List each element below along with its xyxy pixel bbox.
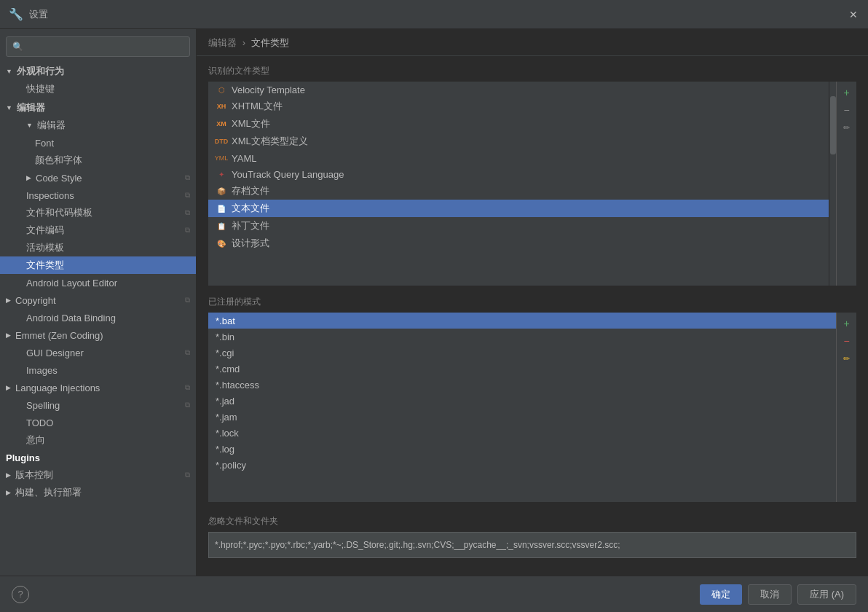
sidebar-item-databinding[interactable]: Android Data Binding: [0, 309, 196, 326]
sidebar-item-label: 文件和代码模板: [26, 206, 92, 219]
content-area: 编辑器 › 文件类型 识别的文件类型 ⬡ Velocity Template X…: [197, 29, 868, 576]
sidebar-item-images[interactable]: Images: [0, 361, 196, 379]
copy-icon: ⧉: [185, 173, 190, 182]
sidebar-item-label: 颜色和字体: [35, 154, 82, 167]
apply-button[interactable]: 应用 (A): [797, 584, 856, 605]
remove-filetype-button[interactable]: −: [839, 102, 855, 118]
sidebar-item-copyright[interactable]: Copyright ⧉: [0, 291, 196, 309]
sidebar-item-livetemplates[interactable]: 活动模板: [0, 239, 196, 256]
sidebar-item-build[interactable]: 构建、执行部署: [0, 484, 196, 501]
close-button[interactable]: ✕: [848, 9, 859, 20]
sidebar-item-shortcuts[interactable]: 快捷键: [0, 80, 196, 98]
edit-pattern-button[interactable]: ✏: [839, 350, 855, 366]
sidebar-item-vcs[interactable]: 版本控制 ⧉: [0, 466, 196, 484]
sidebar-item-editor-root[interactable]: 编辑器: [0, 99, 196, 117]
list-item[interactable]: ✦ YouTrack Query Language: [208, 166, 829, 182]
sidebar-item-label: 构建、执行部署: [15, 486, 82, 499]
ignore-input[interactable]: [208, 532, 856, 558]
sidebar-item-label: Spelling: [26, 400, 60, 411]
add-filetype-button[interactable]: +: [839, 85, 855, 101]
pattern-name: *.bat: [216, 315, 235, 326]
pattern-name: *.jad: [216, 396, 234, 407]
pattern-item[interactable]: *.lock: [208, 425, 836, 441]
pattern-item[interactable]: *.htaccess: [208, 377, 836, 393]
scrollbar-track[interactable]: [829, 82, 836, 286]
pattern-item[interactable]: *.cgi: [208, 345, 836, 361]
sidebar-item-spelling[interactable]: Spelling ⧉: [0, 396, 196, 414]
sidebar-item-plugins[interactable]: Plugins: [0, 449, 196, 466]
sidebar-item-guidesigner[interactable]: GUI Designer ⧉: [0, 344, 196, 361]
sidebar-item-filetypes[interactable]: 文件类型: [0, 256, 196, 274]
file-type-name: XML文档类型定义: [232, 135, 308, 148]
list-item[interactable]: DTD XML文档类型定义: [208, 133, 829, 150]
search-input[interactable]: [28, 42, 184, 52]
ignore-section: 忽略文件和文件夹: [208, 515, 856, 558]
list-item[interactable]: YML YAML: [208, 150, 829, 166]
sidebar-item-androidlayout[interactable]: Android Layout Editor: [0, 274, 196, 291]
list-item[interactable]: XM XML文件: [208, 115, 829, 133]
file-type-icon: DTD: [216, 136, 227, 147]
pattern-item-selected[interactable]: *.bat: [208, 313, 836, 329]
pattern-item[interactable]: *.log: [208, 441, 836, 457]
file-type-name: 设计形式: [232, 237, 269, 250]
sidebar-item-label: Language Injections: [15, 382, 100, 393]
chevron-icon: [6, 68, 12, 75]
pattern-item[interactable]: *.bin: [208, 329, 836, 345]
pattern-item[interactable]: *.policy: [208, 457, 836, 473]
list-item[interactable]: XH XHTML文件: [208, 98, 829, 115]
chevron-icon: [6, 384, 11, 391]
file-type-icon: 🎨: [216, 238, 227, 249]
remove-pattern-button[interactable]: −: [839, 333, 855, 349]
title-bar: 🔧 设置 ✕: [0, 0, 868, 29]
sidebar-item-intention[interactable]: 意向: [0, 431, 196, 449]
file-type-icon: ✦: [216, 168, 227, 180]
help-button[interactable]: ?: [12, 586, 29, 603]
window-title: 设置: [29, 8, 48, 21]
list-item[interactable]: 📋 补丁文件: [208, 217, 829, 235]
copy-icon: ⧉: [185, 383, 190, 392]
scrollbar-thumb: [830, 96, 836, 154]
edit-filetype-button[interactable]: ✏: [839, 119, 855, 136]
file-type-icon: YML: [216, 152, 227, 164]
main-container: 🔍 外观和行为 快捷键 编辑器 编辑器 Font 颜色和字体 Code Styl…: [0, 29, 868, 576]
patterns-toolbar: + − ✏: [836, 313, 856, 502]
pattern-name: *.bin: [216, 332, 234, 342]
search-box[interactable]: 🔍: [6, 36, 190, 57]
sidebar-item-label: GUI Designer: [26, 348, 84, 358]
sidebar-item-label: Images: [26, 365, 58, 376]
file-type-icon: 📄: [216, 203, 227, 214]
chevron-icon: [6, 297, 11, 304]
list-item[interactable]: ⬡ Velocity Template: [208, 82, 829, 98]
pattern-item[interactable]: *.jad: [208, 393, 836, 409]
file-type-name: XHTML文件: [232, 100, 283, 113]
sidebar-item-langinjections[interactable]: Language Injections ⧉: [0, 379, 196, 396]
sidebar-item-fileencoding[interactable]: 文件编码 ⧉: [0, 221, 196, 239]
sidebar-item-label: 快捷键: [26, 82, 55, 95]
list-item[interactable]: 🎨 设计形式: [208, 235, 829, 252]
pattern-item[interactable]: *.cmd: [208, 361, 836, 377]
cancel-button[interactable]: 取消: [748, 584, 792, 605]
sidebar-item-color[interactable]: 颜色和字体: [0, 152, 196, 169]
ok-button[interactable]: 确定: [700, 584, 742, 605]
sidebar-item-label: Inspections: [26, 190, 74, 201]
sidebar-item-filetemplates[interactable]: 文件和代码模板 ⧉: [0, 204, 196, 221]
sidebar-item-font[interactable]: Font: [0, 134, 196, 152]
file-types-list[interactable]: ⬡ Velocity Template XH XHTML文件 XM XML文件: [208, 82, 829, 286]
copy-icon: ⧉: [185, 226, 190, 235]
add-pattern-button[interactable]: +: [839, 315, 855, 332]
patterns-list[interactable]: *.bat *.bin *.cgi *.cmd *.htaccess: [208, 313, 836, 502]
sidebar-item-appearance[interactable]: 外观和行为: [0, 63, 196, 80]
sidebar-item-todo[interactable]: TODO: [0, 414, 196, 431]
pattern-item[interactable]: *.jam: [208, 409, 836, 425]
sidebar-item-inspections[interactable]: Inspections ⧉: [0, 187, 196, 204]
sidebar-item-codestyle[interactable]: Code Style ⧉: [0, 169, 196, 187]
chevron-icon: [26, 174, 31, 181]
file-type-icon: 📋: [216, 220, 227, 232]
list-item-selected[interactable]: 📄 文本文件: [208, 200, 829, 217]
copy-icon: ⧉: [185, 348, 190, 357]
sidebar-item-label: Plugins: [6, 452, 40, 463]
sidebar-item-editor-sub[interactable]: 编辑器: [0, 117, 196, 134]
sidebar-item-emmet[interactable]: Emmet (Zen Coding): [0, 326, 196, 344]
bottom-bar: ? 确定 取消 应用 (A): [0, 576, 868, 612]
list-item[interactable]: 📦 存档文件: [208, 182, 829, 200]
